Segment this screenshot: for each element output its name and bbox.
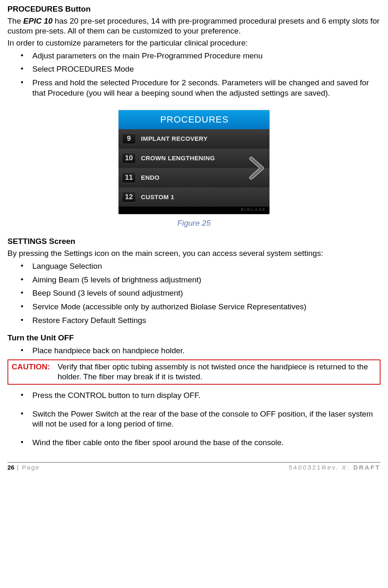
page-number: 26 (7, 464, 15, 471)
caution-label: CAUTION: (12, 362, 50, 382)
text-suffix: has 20 pre-set procedures, 14 with pre-p… (7, 17, 380, 36)
procedure-number: 9 (122, 133, 136, 144)
screenshot-footer: BIOLASE (119, 207, 269, 214)
procedures-heading: PROCEDURES Button (7, 4, 381, 14)
chevron-right-icon[interactable] (248, 156, 266, 180)
list-item: Switch the Power Switch at the rear of t… (7, 409, 381, 429)
turnoff-bullet-before: Place handpiece back on handpiece holder… (7, 346, 381, 356)
list-item: Press and hold the selected Procedure fo… (7, 78, 381, 98)
procedure-row[interactable]: 11 ENDO (119, 168, 269, 187)
brand-label: BIOLASE (241, 207, 266, 212)
doc-ref: 5400321Rev. X: (289, 464, 354, 471)
list-item: Service Mode (accessible only by authori… (7, 302, 381, 312)
procedure-number: 12 (122, 192, 136, 202)
footer-docref: 5400321Rev. X: DRAFT (289, 463, 381, 472)
settings-bullets: Language Selection Aiming Beam (5 levels… (7, 261, 381, 325)
page-label: | Page (15, 464, 40, 471)
procedure-label: CROWN LENGTHENING (141, 154, 215, 162)
procedures-intro: The EPIC 10 has 20 pre-set procedures, 1… (7, 16, 381, 36)
list-item: Select PROCEDURES Mode (7, 64, 381, 75)
procedure-row[interactable]: 10 CROWN LENGTHENING (119, 148, 269, 168)
procedure-label: CUSTOM 1 (141, 193, 174, 201)
procedure-label: IMPLANT RECOVERY (141, 135, 208, 143)
product-name: EPIC 10 (23, 17, 53, 25)
list-item: Restore Factory Default Settings (7, 316, 381, 326)
list-item: Aiming Beam (5 levels of brightness adju… (7, 275, 381, 285)
draft-label: DRAFT (353, 464, 381, 471)
screenshot-header: PROCEDURES (119, 110, 269, 130)
caution-text: Verify that fiber optic tubing assembly … (58, 362, 376, 382)
procedure-row[interactable]: 12 CUSTOM 1 (119, 187, 269, 207)
list-item: Press the CONTROL button to turn display… (7, 390, 381, 401)
list-item: Place handpiece back on handpiece holder… (7, 346, 381, 356)
document-page: PROCEDURES Button The EPIC 10 has 20 pre… (0, 4, 388, 476)
text-prefix: The (7, 17, 23, 25)
list-item: Language Selection (7, 261, 381, 272)
procedures-bullets: Adjust parameters on the main Pre-Progra… (7, 51, 381, 99)
list-item: Adjust parameters on the main Pre-Progra… (7, 51, 381, 61)
turnoff-bullets-after: Press the CONTROL button to turn display… (7, 390, 381, 448)
turnoff-heading: Turn the Unit OFF (7, 333, 381, 343)
list-item: Wind the fiber cable onto the fiber spoo… (7, 438, 381, 448)
settings-heading: SETTINGS Screen (7, 236, 381, 247)
procedure-number: 11 (122, 172, 136, 183)
figure-caption: Figure 25 (7, 218, 381, 229)
page-footer: 26 | Page 5400321Rev. X: DRAFT (7, 462, 381, 472)
list-item: Beep Sound (3 levels of sound adjustment… (7, 288, 381, 299)
procedure-row[interactable]: 9 IMPLANT RECOVERY (119, 129, 269, 148)
procedures-lead: In order to customize parameters for the… (7, 38, 381, 48)
screenshot-list: 9 IMPLANT RECOVERY 10 CROWN LENGTHENING … (119, 129, 269, 207)
procedure-label: ENDO (141, 174, 160, 182)
footer-page: 26 | Page (7, 463, 40, 472)
settings-intro: By pressing the Settings icon on the mai… (7, 248, 381, 259)
caution-box: CAUTION: Verify that fiber optic tubing … (7, 359, 381, 385)
procedure-number: 10 (122, 153, 136, 164)
figure-25: PROCEDURES 9 IMPLANT RECOVERY 10 CROWN L… (7, 110, 381, 229)
procedures-screenshot: PROCEDURES 9 IMPLANT RECOVERY 10 CROWN L… (119, 110, 269, 214)
